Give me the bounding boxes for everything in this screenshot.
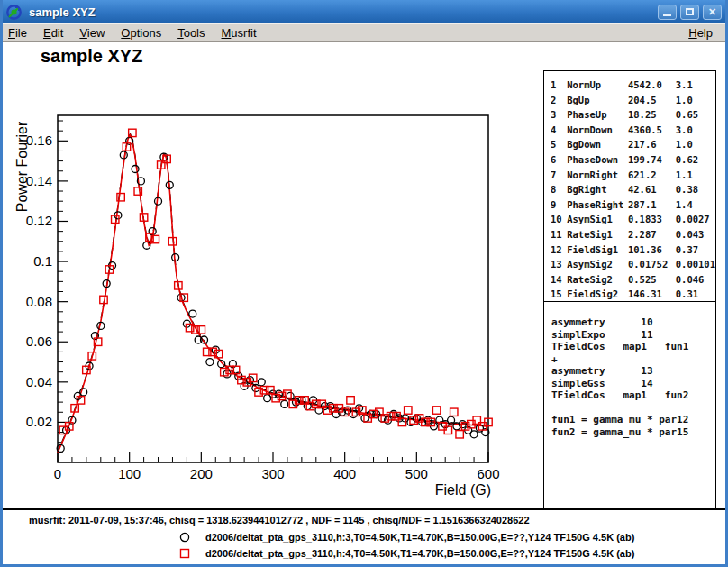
parameter-row: 1NormUp4542.03.1 (551, 79, 715, 95)
menu-view[interactable]: View (71, 25, 113, 41)
plot-frame (58, 115, 488, 462)
maximize-button[interactable] (680, 5, 699, 20)
data-point-circle (132, 166, 139, 173)
app-window: sample XYZ ✕ File Edit View Options Tool… (0, 0, 728, 567)
fit-curve-dashed (58, 134, 488, 452)
data-point-circle (258, 379, 265, 386)
theory-lines: asymmetry 10simplExpo 11TFieldCos map1 f… (551, 316, 715, 438)
x-tick-label: 100 (118, 466, 141, 481)
data-point-circle (155, 197, 162, 205)
parameter-row: 12FieldSig1101.360.37 (551, 244, 715, 260)
title-bar[interactable]: sample XYZ ✕ (0, 0, 728, 23)
data-point-square (450, 408, 458, 416)
close-icon: ✕ (708, 6, 716, 17)
circle-marker-icon (178, 531, 191, 544)
data-point-square (134, 187, 141, 195)
legend-entry-h4: d2006/deltat_pta_gps_3110,h:4,T0=4.50K,T… (3, 546, 725, 561)
data-point-square (405, 407, 412, 414)
app-icon (6, 5, 22, 20)
data-point-circle (470, 431, 478, 438)
menu-edit[interactable]: Edit (35, 25, 71, 41)
x-tick-label: 300 (261, 466, 284, 481)
y-tick-label: 0.04 (26, 374, 52, 389)
y-tick-label: 0.06 (26, 334, 52, 349)
fit-curve-solid (58, 135, 488, 453)
y-tick-label: 0.02 (26, 414, 52, 429)
y-tick-label: 0.08 (26, 294, 52, 309)
data-point-square (347, 397, 354, 404)
maximize-icon (686, 8, 694, 15)
menu-tools[interactable]: Tools (169, 25, 213, 41)
x-axis-label: Field (G) (435, 482, 491, 498)
data-point-circle (206, 359, 214, 366)
menu-musrfit[interactable]: Musrfit (214, 25, 265, 41)
x-tick-label: 0 (54, 466, 61, 481)
parameter-row: 6PhaseDown199.740.62 (551, 154, 715, 169)
y-axis-label: Power Fourier (14, 121, 30, 212)
parameter-row: 7NormRight621.21.1 (551, 169, 715, 185)
parameter-row: 14RateSig20.5250.046 (551, 274, 715, 289)
parameter-table: 1NormUp4542.03.12BgUp204.51.03PhaseUp18.… (551, 79, 715, 304)
parameter-row: 5BgDown217.61.0 (551, 139, 715, 154)
menu-options[interactable]: Options (113, 25, 169, 41)
parameter-table-body: 1NormUp4542.03.12BgUp204.51.03PhaseUp18.… (551, 79, 715, 304)
parameter-row: 8BgRight42.610.38 (551, 184, 715, 199)
y-tick-label: 0.12 (26, 213, 52, 228)
parameter-row: 10AsymSig10.18330.0027 (551, 214, 715, 229)
parameter-row: 4NormDown4360.53.0 (551, 124, 715, 140)
menu-bar: File Edit View Options Tools Musrfit Hel… (0, 23, 728, 42)
x-tick-label: 500 (405, 466, 428, 481)
y-tick-label: 0.14 (26, 173, 52, 188)
y-tick-label: 0.16 (26, 133, 52, 148)
parameter-row: 9PhaseRight287.11.4 (551, 199, 715, 215)
data-point-circle (189, 310, 196, 317)
data-point-square (456, 431, 463, 438)
data-point-circle (281, 400, 288, 407)
close-button[interactable]: ✕ (703, 5, 722, 20)
parameter-box: 1NormUp4542.03.12BgUp204.51.03PhaseUp18.… (543, 70, 716, 302)
window-title: sample XYZ (29, 5, 96, 19)
parameter-row: 2BgUp204.51.0 (551, 95, 715, 110)
data-point-circle (120, 151, 127, 159)
parameter-row: 11RateSig12.2870.043 (551, 229, 715, 244)
square-marker-icon (178, 547, 191, 560)
theory-box: asymmetry 10simplExpo 11TFieldCos map1 f… (543, 302, 716, 508)
legend-entry-h3: d2006/deltat_pta_gps_3110,h:3,T0=4.50K,T… (3, 530, 725, 544)
parameter-row: 3PhaseUp18.250.65 (551, 109, 715, 124)
x-tick-label: 200 (190, 466, 213, 481)
legend-label: d2006/deltat_pta_gps_3110,h:3,T0=4.50K,T… (205, 532, 634, 543)
parameter-row: 13AsymSig20.017520.00101 (551, 259, 715, 274)
data-point-square (432, 407, 440, 414)
y-tick-label: 0.1 (33, 253, 52, 269)
x-tick-label: 600 (477, 466, 499, 481)
root-canvas[interactable]: sample XYZ 01002003004005006000.020.040.… (3, 42, 725, 564)
menu-file[interactable]: File (0, 25, 35, 41)
fit-statistics: musrfit: 2011-07-09, 15:37:46, chisq = 1… (29, 515, 530, 526)
legend-label: d2006/deltat_pta_gps_3110,h:4,T0=4.50K,T… (205, 548, 634, 559)
x-tick-label: 400 (333, 466, 356, 481)
minimize-icon (663, 14, 671, 16)
menu-help[interactable]: Help (680, 25, 721, 41)
minimize-button[interactable] (658, 5, 677, 20)
runinfo-pad: musrfit: 2011-07-09, 15:37:46, chisq = 1… (3, 510, 725, 564)
